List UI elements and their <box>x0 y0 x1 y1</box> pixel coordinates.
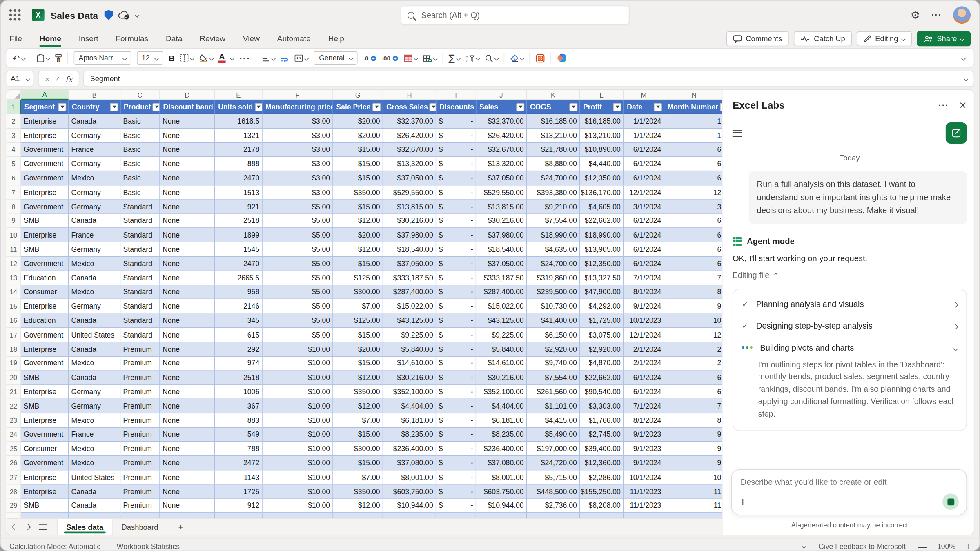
cell-F3[interactable]: $3.00 <box>263 129 333 143</box>
cell-I13[interactable]: $- <box>436 271 476 285</box>
cell-K19[interactable]: $9,740.00 <box>527 356 580 371</box>
cell-J24[interactable]: $8,235.00 <box>476 428 527 442</box>
cell-B6[interactable]: Mexico <box>69 171 120 186</box>
cell-H11[interactable]: $18,540.00 <box>383 242 436 257</box>
cell-K15[interactable]: $10,730.00 <box>527 300 580 314</box>
cell-H25[interactable]: $236,400.00 <box>383 442 436 456</box>
cell-E13[interactable]: 2665.5 <box>215 271 263 285</box>
merge-cells-button[interactable] <box>294 54 308 62</box>
sheet-tab-dashboard[interactable]: Dashboard <box>113 519 167 535</box>
copilot-button[interactable] <box>557 53 566 63</box>
cell-N9[interactable]: 6 <box>664 214 722 228</box>
cell-L29[interactable]: $8,208.00 <box>580 499 624 513</box>
cell-K29[interactable]: $2,736.00 <box>527 499 580 513</box>
cell-L23[interactable]: $1,766.00 <box>580 413 624 428</box>
cell-F25[interactable]: $10.00 <box>263 442 333 456</box>
cell-J12[interactable]: $37,050.00 <box>476 257 527 271</box>
cell-G7[interactable]: $350.00 <box>333 186 383 200</box>
zoom-out-button[interactable]: — <box>918 541 927 551</box>
cell-L18[interactable]: $2,920.00 <box>580 342 624 356</box>
cell-G15[interactable]: $7.00 <box>333 300 383 314</box>
cell-F12[interactable]: $5.00 <box>263 257 333 271</box>
cell-A12[interactable]: Government <box>21 257 69 271</box>
cell-D30[interactable] <box>160 513 215 518</box>
cell-C19[interactable]: Premium <box>120 356 160 371</box>
cell-D16[interactable]: None <box>160 314 215 328</box>
cell-F17[interactable]: $5.00 <box>263 328 333 342</box>
cell-N23[interactable]: 8 <box>664 413 722 428</box>
cell-N21[interactable]: 6 <box>664 385 722 399</box>
cell-D28[interactable]: None <box>160 484 215 499</box>
cell-H23[interactable]: $6,181.00 <box>383 413 436 428</box>
cell-M23[interactable]: 8/1/2024 <box>624 413 664 428</box>
cell-H22[interactable]: $4,404.00 <box>383 399 436 413</box>
share-button[interactable]: Share <box>917 31 971 47</box>
cell-N5[interactable]: 6 <box>664 157 722 171</box>
row-number[interactable]: 19 <box>6 356 21 371</box>
cell-N26[interactable]: 9 <box>664 456 722 471</box>
cell-H20[interactable]: $30,216.00 <box>383 371 436 385</box>
cell-K28[interactable]: $448,500.00 <box>527 484 580 499</box>
cell-I20[interactable]: $- <box>436 371 476 385</box>
menu-tab-data[interactable]: Data <box>166 32 182 46</box>
row-number[interactable]: 14 <box>6 285 21 300</box>
cell-E5[interactable]: 888 <box>215 157 263 171</box>
cell-E16[interactable]: 345 <box>215 314 263 328</box>
cell-C24[interactable]: Premium <box>120 428 160 442</box>
cell-L26[interactable]: $12,360.00 <box>580 456 624 471</box>
cell-F6[interactable]: $3.00 <box>263 171 333 186</box>
cell-M22[interactable]: 7/1/2024 <box>624 399 664 413</box>
cell-L17[interactable]: $3,075.00 <box>580 328 624 342</box>
chat-history-icon[interactable] <box>733 130 742 137</box>
cell-M5[interactable]: 6/1/2024 <box>624 157 664 171</box>
cell-F14[interactable]: $5.00 <box>263 285 333 300</box>
cell-N7[interactable]: 12 <box>664 186 722 200</box>
cell-I21[interactable]: $- <box>436 385 476 399</box>
column-header-G[interactable]: G <box>333 90 383 100</box>
cell-I23[interactable]: $- <box>436 413 476 428</box>
cell-C6[interactable]: Basic <box>120 171 160 186</box>
row-number[interactable]: 9 <box>6 214 21 228</box>
cell-B3[interactable]: Germany <box>69 129 120 143</box>
cell-F28[interactable]: $10.00 <box>263 484 333 499</box>
font-color-button[interactable]: A <box>219 53 225 63</box>
cell-L19[interactable]: $4,870.00 <box>580 356 624 371</box>
cell-C4[interactable]: Basic <box>120 143 160 157</box>
row-number[interactable]: 2 <box>6 114 21 129</box>
cell-L8[interactable]: $4,605.00 <box>580 200 624 214</box>
cell-F7[interactable]: $3.00 <box>263 186 333 200</box>
cell-J13[interactable]: $333,187.50 <box>476 271 527 285</box>
cell-C29[interactable]: Premium <box>120 499 160 513</box>
cell-D15[interactable]: None <box>160 300 215 314</box>
font-size-select[interactable]: 12 <box>137 51 163 65</box>
cell-J21[interactable]: $352,100.00 <box>476 385 527 399</box>
settings-gear-icon[interactable]: ⚙ <box>911 10 920 20</box>
cell-E22[interactable]: 367 <box>215 399 263 413</box>
cell-I12[interactable]: $- <box>436 257 476 271</box>
cell-I27[interactable]: $- <box>436 470 476 484</box>
cell-F24[interactable]: $10.00 <box>263 428 333 442</box>
cell-B21[interactable]: Germany <box>69 385 120 399</box>
cell-F9[interactable]: $5.00 <box>263 214 333 228</box>
cell-B17[interactable]: United States <box>69 328 120 342</box>
cell-D3[interactable]: None <box>160 129 215 143</box>
cell-K21[interactable]: $261,560.00 <box>527 385 580 399</box>
autosum-button[interactable]: ∑ <box>448 53 460 64</box>
cell-N29[interactable]: 11 <box>664 499 722 513</box>
cell-M18[interactable]: 2/1/2024 <box>624 342 664 356</box>
cell-G17[interactable]: $15.00 <box>333 328 383 342</box>
cell-C3[interactable]: Basic <box>120 129 160 143</box>
column-header-D[interactable]: D <box>160 90 215 100</box>
cell-F2[interactable]: $3.00 <box>263 114 333 129</box>
cell-N12[interactable]: 6 <box>664 257 722 271</box>
sensitivity-shield-icon[interactable] <box>104 10 113 20</box>
cell-C9[interactable]: Standard <box>120 214 160 228</box>
cell-B9[interactable]: Canada <box>69 214 120 228</box>
cell-E10[interactable]: 1899 <box>215 228 263 242</box>
cell-B12[interactable]: Mexico <box>69 257 120 271</box>
cell-L3[interactable]: $13,210.00 <box>580 129 624 143</box>
cell-L15[interactable]: $4,292.00 <box>580 300 624 314</box>
catch-up-button[interactable]: Catch Up <box>794 31 852 47</box>
cell-I28[interactable]: $- <box>436 484 476 499</box>
cell-G27[interactable]: $7.00 <box>333 470 383 484</box>
